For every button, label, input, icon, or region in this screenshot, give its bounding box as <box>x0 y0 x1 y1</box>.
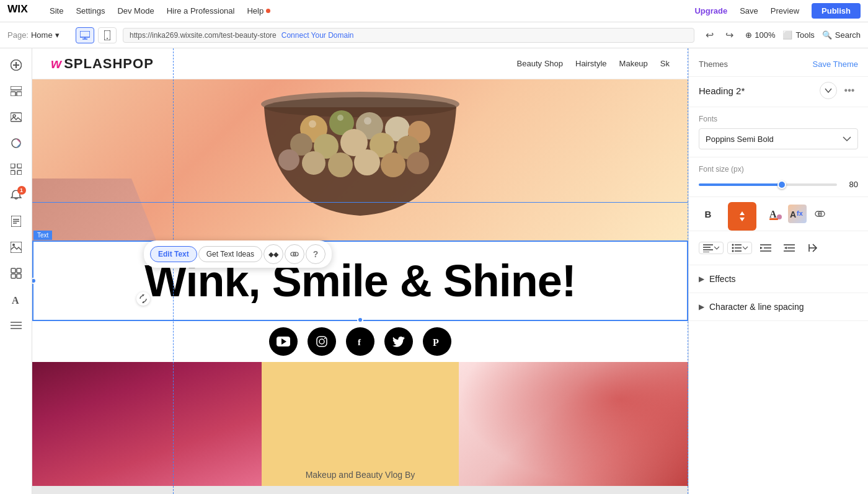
format-row: B I U A A fx <box>699 205 858 223</box>
svg-point-57 <box>319 339 324 344</box>
svg-point-77 <box>732 247 734 249</box>
char-spacing-section[interactable]: ▶ Character & line spacing <box>689 293 868 321</box>
lower-left-image <box>32 362 262 486</box>
devmode-menu[interactable]: Dev Mode <box>117 6 154 15</box>
instagram-icon[interactable] <box>308 327 336 356</box>
effects-section[interactable]: ▶ Effects <box>689 265 868 293</box>
svg-rect-67 <box>769 218 778 220</box>
page-name: Home <box>31 30 53 40</box>
site-header: w SPLASHPOP Beauty Shop Hairstyle Makeup… <box>32 48 688 79</box>
pinterest-icon[interactable]: P <box>423 327 451 356</box>
redo-button[interactable]: ↪ <box>720 27 738 44</box>
heading-chevron-button[interactable] <box>820 82 837 99</box>
link-icon-button[interactable] <box>285 244 304 264</box>
text-direction-button[interactable] <box>803 239 823 257</box>
mobile-view-button[interactable] <box>98 27 117 43</box>
makeup-caption-text: Makeup and Beauty Vlog By <box>306 470 415 480</box>
youtube-icon[interactable] <box>269 327 298 356</box>
svg-rect-15 <box>11 164 15 168</box>
font-size-thumb[interactable] <box>777 180 786 189</box>
sidebar-apps-icon[interactable] <box>4 157 29 181</box>
svg-point-75 <box>732 244 734 246</box>
font-selector[interactable]: Poppins Semi Bold <box>699 128 858 149</box>
save-button[interactable]: Save <box>740 6 758 15</box>
help-icon-button[interactable]: ? <box>306 244 326 264</box>
selection-handle-left[interactable] <box>32 278 37 284</box>
indent-increase-button[interactable] <box>779 239 799 257</box>
nav-beauty-shop[interactable]: Beauty Shop <box>517 59 563 68</box>
zoom-value: 100% <box>755 30 775 40</box>
sidebar-components-icon[interactable] <box>4 262 29 285</box>
heading-controls: ••• <box>820 82 858 99</box>
orange-reorder-button[interactable] <box>728 202 756 231</box>
site-menu[interactable]: Site <box>50 6 63 15</box>
sidebar-layers-icon[interactable] <box>4 314 29 337</box>
connect-domain-link[interactable]: Connect Your Domain <box>281 31 354 40</box>
indent-decrease-button[interactable] <box>756 239 776 257</box>
effects-label: Effects <box>709 274 736 284</box>
wix-logo: WIX <box>7 3 32 19</box>
toolbar-right: ↩ ↪ ⊕ 100% ⬜ Tools 🔍 Search <box>701 27 861 44</box>
heading-selector: Heading 2* ••• <box>689 77 868 107</box>
zoom-control[interactable]: ⊕ 100% <box>745 30 775 40</box>
upgrade-button[interactable]: Upgrade <box>694 6 727 15</box>
sidebar-notifications-icon[interactable]: 1 <box>4 183 29 207</box>
twitter-icon[interactable] <box>384 327 413 356</box>
selection-handle-bottom[interactable] <box>357 317 363 323</box>
get-text-ideas-button[interactable]: Get Text Ideas <box>198 246 262 262</box>
svg-rect-9 <box>11 86 22 90</box>
font-size-value: 80 <box>843 180 858 189</box>
sidebar-media-icon[interactable] <box>4 105 29 129</box>
page-label: Page: <box>7 30 29 40</box>
text-list-dropdown[interactable] <box>727 242 752 254</box>
edit-text-button[interactable]: Edit Text <box>150 246 197 262</box>
settings-menu[interactable]: Settings <box>76 6 105 15</box>
address-bar-row: Page: Home ▾ https://inka269.wixsite.com… <box>0 22 868 48</box>
text-color-button[interactable]: A <box>766 205 784 223</box>
lower-section: Makeup and Beauty Vlog By <box>32 362 688 486</box>
nav-hairstyle[interactable]: Hairstyle <box>575 59 607 68</box>
font-size-row: 80 <box>699 180 858 189</box>
search-label: Search <box>835 30 861 40</box>
svg-rect-11 <box>17 92 22 96</box>
svg-point-68 <box>777 214 782 219</box>
heading-options-button[interactable]: ••• <box>841 82 858 99</box>
tools-button[interactable]: ⬜ Tools <box>782 30 814 40</box>
nav-makeup[interactable]: Makeup <box>619 59 648 68</box>
svg-marker-84 <box>760 247 763 249</box>
desktop-view-button[interactable] <box>76 27 94 43</box>
sidebar-layouts-icon[interactable] <box>4 79 29 103</box>
svg-rect-27 <box>11 274 16 278</box>
hire-menu[interactable]: Hire a Professional <box>167 6 235 15</box>
help-menu[interactable]: Help <box>247 6 270 15</box>
floating-toolbar: Edit Text Get Text Ideas ◆◆ ? <box>144 240 332 268</box>
publish-button[interactable]: Publish <box>812 3 861 19</box>
facebook-icon[interactable]: f <box>346 327 374 356</box>
search-button[interactable]: 🔍 Search <box>822 30 861 40</box>
svg-rect-16 <box>17 164 22 168</box>
text-section[interactable]: Text Wink, Smile & Shine! <box>32 240 688 321</box>
page-selector[interactable]: Page: Home ▾ <box>7 30 69 40</box>
social-icons-row: f P <box>32 321 688 362</box>
diamond-icon-button[interactable]: ◆◆ <box>264 244 283 264</box>
font-size-slider[interactable] <box>699 183 837 186</box>
svg-point-79 <box>732 250 734 252</box>
text-link-button[interactable] <box>810 205 829 223</box>
sidebar-text-icon[interactable]: A <box>4 288 29 311</box>
text-align-dropdown[interactable] <box>699 242 724 254</box>
preview-button[interactable]: Preview <box>771 6 799 15</box>
sidebar-pages-icon[interactable] <box>4 210 29 233</box>
save-theme-button[interactable]: Save Theme <box>813 60 858 69</box>
rotate-handle[interactable] <box>136 292 150 306</box>
sidebar-add-button[interactable] <box>4 53 29 77</box>
undo-button[interactable]: ↩ <box>701 27 718 44</box>
bold-button[interactable]: B <box>699 205 717 223</box>
hero-bowl-container <box>252 79 469 234</box>
text-effects-fx-button[interactable]: A fx <box>788 205 807 223</box>
nav-sk[interactable]: Sk <box>660 59 670 68</box>
fonts-section: Fonts Poppins Semi Bold <box>689 107 868 157</box>
svg-text:A: A <box>12 295 19 305</box>
sidebar-design-icon[interactable] <box>4 131 29 155</box>
sidebar-images-icon[interactable] <box>4 236 29 259</box>
svg-text:f: f <box>358 337 361 347</box>
